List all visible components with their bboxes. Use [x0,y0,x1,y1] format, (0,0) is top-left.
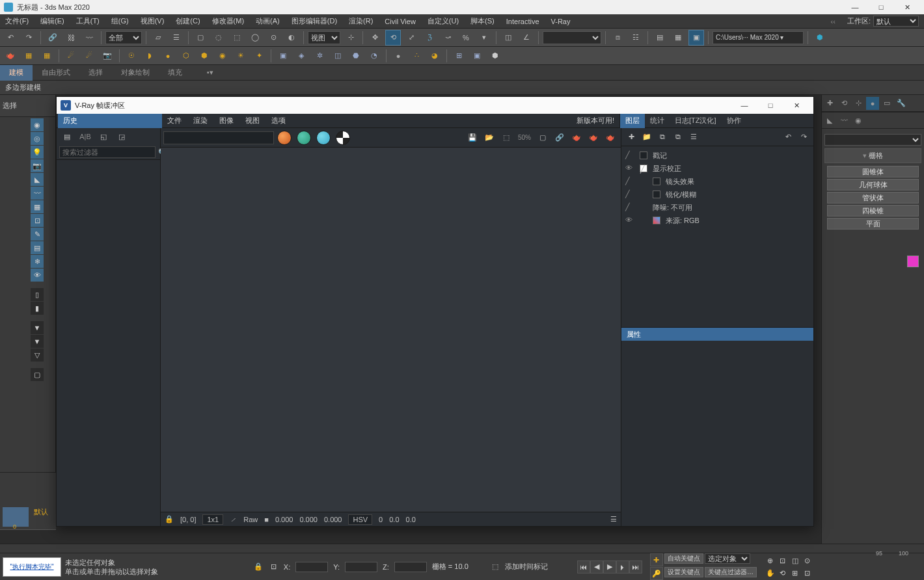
rd-btn-cone[interactable]: 圆锥体 [827,166,919,178]
undo-button[interactable]: ↶ [3,30,18,46]
goto-end-button[interactable]: ⏭ [629,560,642,573]
nav-5[interactable]: ✋ [765,567,776,579]
scale-button[interactable]: ⤢ [403,30,419,46]
instancer-icon[interactable]: ⬣ [348,48,364,64]
add-key-button[interactable]: ✚ [650,553,663,566]
keyboard-button[interactable]: % [458,30,474,46]
mirror-button[interactable]: ⧈ [610,30,625,46]
menu-interactive[interactable]: Interactive [506,18,539,25]
spinner-button[interactable]: ▾ [476,30,492,46]
vray-maximize-button[interactable]: □ [757,98,783,112]
color-swatch[interactable] [907,256,919,267]
fur-icon[interactable]: ✲ [312,48,327,64]
layer-button[interactable]: ▤ [652,30,668,46]
z-input[interactable] [394,562,427,572]
plane-icon[interactable]: ⬢ [197,48,212,64]
lp-icon-6[interactable]: 〰 [31,187,44,200]
vray-render-button[interactable] [277,131,292,145]
workspace-select[interactable]: 默认 [873,16,919,27]
manipulate-button[interactable]: ⤻ [440,30,455,46]
vray-curve-icon[interactable]: ⟋ [230,516,237,523]
vray-add-layer-icon[interactable]: ✚ [625,131,637,143]
rd-btn-plane[interactable]: 平面 [827,218,919,230]
selobj-select[interactable]: 选定对象 [705,553,750,564]
timeline[interactable]: 95 100 [0,544,924,553]
region-rect-button[interactable]: ▢ [193,30,208,46]
menu-create[interactable]: 创建(C) [176,16,200,26]
vray-region-icon[interactable]: ⬚ [498,130,514,146]
vray-teapot1-icon[interactable]: 🫖 [569,130,584,146]
region-fence-button[interactable]: ⬚ [229,30,245,46]
vray-paste-icon[interactable]: ⧉ [672,131,684,143]
teapot-icon[interactable]: 🫖 [3,48,18,64]
close-button[interactable]: ✕ [894,0,920,14]
project-path[interactable] [713,31,804,44]
lp-icon-1[interactable]: ◉ [31,118,44,131]
vray-layer-stamp[interactable]: ╱戳记 [621,149,813,162]
clipper-icon[interactable]: ◫ [330,48,346,64]
ies-icon[interactable]: ✦ [251,48,267,64]
prev-arrow-icon[interactable]: ‹‹ [831,18,836,25]
nav-6[interactable]: ⟲ [777,567,789,579]
menu-file[interactable]: 文件(F) [5,16,29,26]
maximize-button[interactable]: □ [868,0,894,14]
disc-icon[interactable]: ◉ [215,48,230,64]
rd-btn-geosphere[interactable]: 几何球体 [827,179,919,191]
link-button[interactable]: 🔗 [45,30,61,46]
menu-animation[interactable]: 动画(A) [256,16,280,26]
vray-load-icon[interactable]: 📂 [482,130,497,146]
ribbon-tab-freeform[interactable]: 自由形式 [33,65,79,81]
lp-icon-10[interactable]: ▤ [31,241,44,254]
vray-folder-icon[interactable]: 📁 [641,131,653,143]
region-lasso-button[interactable]: ◯ [247,30,263,46]
redo-button[interactable]: ↷ [21,30,36,46]
vray-layer-source[interactable]: 👁来源: RGB [621,214,813,227]
geo-icon[interactable]: ⬡ [178,48,194,64]
nav-3[interactable]: ◫ [789,555,801,566]
vray-cloud-button[interactable] [316,131,331,145]
coord-select[interactable]: 视图 [308,31,340,44]
vray-layer-display[interactable]: 👁╱显示校正 [621,162,813,175]
x-input[interactable] [295,562,328,572]
lp-icon-13[interactable]: ▯ [31,288,44,301]
rd-btn-tube[interactable]: 管状体 [827,192,919,204]
light2-icon[interactable]: ☄ [81,48,97,64]
vray-menu-options[interactable]: 选项 [266,114,291,127]
proxy-icon[interactable]: ◈ [293,48,309,64]
menu-tools[interactable]: 工具(T) [76,16,100,26]
lp-icon-17[interactable]: ▽ [31,349,44,362]
mat-multi-icon[interactable]: ∴ [409,48,424,64]
tag-icon[interactable]: ⬚ [489,561,501,573]
rd-tab-utilities[interactable]: 🔧 [895,97,908,110]
menu-grapheditor[interactable]: 图形编辑器(D) [292,16,337,26]
lp-icon-18[interactable]: ▢ [31,368,44,381]
default-label[interactable]: 默认 [31,506,51,518]
decal-icon[interactable]: ◔ [366,48,382,64]
material-icon[interactable]: ▦ [21,48,36,64]
menu-vray[interactable]: V-Ray [551,18,571,25]
schematic-button[interactable]: ▣ [688,30,704,46]
lp-icon-2[interactable]: ◎ [31,132,44,145]
autokey-button[interactable]: 自动关键点 [664,553,703,564]
sphere-icon[interactable]: ☉ [124,48,139,64]
lp-icon-5[interactable]: ◣ [31,173,44,186]
camera-icon[interactable]: 📷 [100,48,115,64]
pivot-button[interactable]: ⊹ [343,30,359,46]
window-crossing-button[interactable]: ◐ [284,30,299,46]
rd-category-select[interactable] [824,134,921,146]
rd-tab-modify[interactable]: ⟲ [837,97,850,110]
y-input[interactable] [345,562,377,572]
vray-tab-collab[interactable]: 协作 [722,114,746,128]
menu-modifier[interactable]: 修改器(M) [212,16,245,26]
keyfilter-button[interactable]: 关键点过滤器… [705,567,757,577]
menu-customize[interactable]: 自定义(U) [428,16,459,26]
curve-editor-button[interactable]: ▦ [670,30,686,46]
rd-section-title[interactable]: ▾ 栅格 [824,148,921,163]
lp-icon-15[interactable]: ▼ [31,321,44,334]
vray-tab-log[interactable]: 日志[TZ汉化] [670,114,722,128]
nav-2[interactable]: ⊡ [777,555,789,566]
vray-tab-stats[interactable]: 统计 [645,114,670,128]
vray-tab-layers[interactable]: 图层 [620,114,645,128]
vray-fit-icon[interactable]: ▢ [535,130,550,146]
nav-1[interactable]: ⊕ [765,555,776,566]
